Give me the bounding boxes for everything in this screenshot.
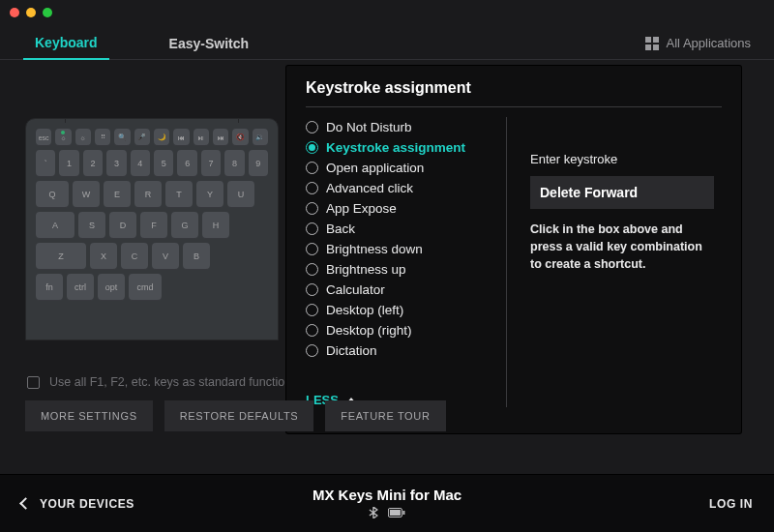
key: F — [140, 212, 167, 239]
svg-rect-2 — [390, 510, 401, 516]
key: ⏮ — [173, 129, 189, 146]
assignment-option-label: Brightness up — [326, 262, 406, 277]
assignment-option[interactable]: Do Not Disturb — [306, 117, 498, 137]
radio-icon — [306, 202, 318, 215]
more-settings-button[interactable]: MORE SETTINGS — [25, 400, 153, 431]
feature-tour-button[interactable]: FEATURE TOUR — [325, 400, 445, 431]
keystroke-hint: Click in the box above and press a valid… — [530, 221, 714, 273]
assignment-option-label: App Expose — [326, 201, 397, 216]
standard-fn-label: Use all F1, F2, etc. keys as standard fu… — [49, 375, 284, 389]
checkbox-icon[interactable] — [27, 376, 40, 389]
key: ⠿ — [95, 129, 110, 146]
login-button[interactable]: LOG IN — [709, 497, 753, 511]
key: 7 — [201, 150, 221, 177]
key: 🔉 — [253, 129, 268, 146]
your-devices-label: YOUR DEVICES — [40, 497, 134, 511]
key: 🔍 — [114, 129, 130, 146]
maximize-icon[interactable] — [43, 8, 52, 17]
assignment-options: Do Not DisturbKeystroke assignmentOpen a… — [306, 117, 507, 407]
assignment-option-label: Brightness down — [326, 242, 423, 256]
assignment-option[interactable]: Desktop (right) — [306, 320, 498, 340]
key: A — [36, 212, 74, 239]
key: Y — [196, 181, 223, 208]
radio-icon — [306, 283, 318, 296]
assignment-option[interactable]: Brightness up — [306, 259, 498, 280]
assignment-option-label: Dictation — [326, 343, 377, 358]
radio-icon — [306, 222, 318, 235]
close-icon[interactable] — [10, 8, 19, 17]
your-devices-button[interactable]: YOUR DEVICES — [21, 497, 134, 511]
key: B — [183, 243, 210, 270]
key: 9 — [249, 150, 268, 177]
device-info: MX Keys Mini for Mac — [313, 487, 461, 521]
assignment-option-label: Open application — [326, 161, 424, 175]
key: W — [73, 181, 100, 208]
chevron-left-icon — [19, 497, 32, 510]
panel-title: Keystroke assignment — [306, 79, 722, 107]
key: fn — [36, 274, 63, 301]
key: D — [109, 212, 136, 239]
assignment-option[interactable]: Calculator — [306, 280, 498, 300]
assignment-option-label: Keystroke assignment — [326, 140, 465, 155]
radio-icon — [306, 344, 318, 357]
grid-icon — [645, 37, 659, 50]
key: S — [78, 212, 105, 239]
device-name: MX Keys Mini for Mac — [313, 487, 461, 503]
key: 🔇 — [232, 129, 248, 146]
assignment-option[interactable]: Brightness down — [306, 239, 498, 259]
key: ctrl — [67, 274, 94, 301]
assignment-option[interactable]: Advanced click — [306, 178, 498, 198]
assignment-option[interactable]: Desktop (left) — [306, 300, 498, 320]
keyboard-illustration: esc☼☼⠿🔍🎤🌙⏮⏯⏭🔇🔉 `123456789 QWERTYU ASDFGH… — [25, 118, 279, 340]
restore-defaults-button[interactable]: RESTORE DEFAULTS — [164, 400, 314, 431]
key: R — [134, 181, 162, 208]
all-applications-button[interactable]: All Applications — [645, 36, 751, 50]
key: 🌙 — [154, 129, 169, 146]
key: 🎤 — [134, 129, 150, 146]
assignment-option[interactable]: Back — [306, 219, 498, 239]
assignment-option-label: Do Not Disturb — [326, 120, 412, 134]
radio-icon — [306, 182, 318, 194]
key: 3 — [106, 150, 126, 177]
key: T — [165, 181, 193, 208]
assignment-option[interactable]: App Expose — [306, 198, 498, 219]
key: 6 — [177, 150, 196, 177]
key: opt — [98, 274, 125, 301]
battery-icon — [388, 507, 405, 521]
window-traffic-lights[interactable] — [10, 8, 52, 17]
radio-icon — [306, 141, 318, 154]
keystroke-input[interactable]: Delete Forward — [530, 176, 714, 209]
radio-icon — [306, 263, 318, 276]
key: ☼ — [75, 129, 91, 146]
assignment-option-label: Calculator — [326, 282, 385, 297]
radio-icon — [306, 304, 318, 316]
key: 1 — [59, 150, 78, 177]
key: V — [152, 243, 179, 270]
key: X — [90, 243, 117, 270]
key: Q — [36, 181, 69, 208]
radio-icon — [306, 324, 318, 337]
key: ⏭ — [213, 129, 228, 146]
keystroke-assignment-panel: Keystroke assignment Do Not DisturbKeyst… — [286, 66, 741, 433]
minimize-icon[interactable] — [26, 8, 36, 17]
key: ☼ — [55, 129, 71, 146]
key: ⏯ — [194, 129, 209, 146]
standard-fn-checkbox-row[interactable]: Use all F1, F2, etc. keys as standard fu… — [27, 375, 284, 389]
key: 8 — [224, 150, 244, 177]
key: ` — [36, 150, 55, 177]
radio-icon — [306, 121, 318, 133]
tab-keyboard[interactable]: Keyboard — [23, 28, 109, 60]
svg-rect-1 — [402, 511, 404, 515]
tab-easy-switch[interactable]: Easy-Switch — [158, 27, 260, 59]
key: H — [202, 212, 229, 239]
key: Z — [36, 243, 86, 270]
assignment-option[interactable]: Open application — [306, 158, 498, 178]
assignment-option-label: Back — [326, 222, 355, 236]
assignment-option[interactable]: Keystroke assignment — [306, 137, 498, 158]
assignment-option-label: Advanced click — [326, 181, 413, 195]
radio-icon — [306, 162, 318, 174]
radio-icon — [306, 243, 318, 255]
assignment-option[interactable]: Dictation — [306, 340, 498, 361]
key: C — [121, 243, 148, 270]
enter-keystroke-label: Enter keystroke — [530, 152, 714, 166]
